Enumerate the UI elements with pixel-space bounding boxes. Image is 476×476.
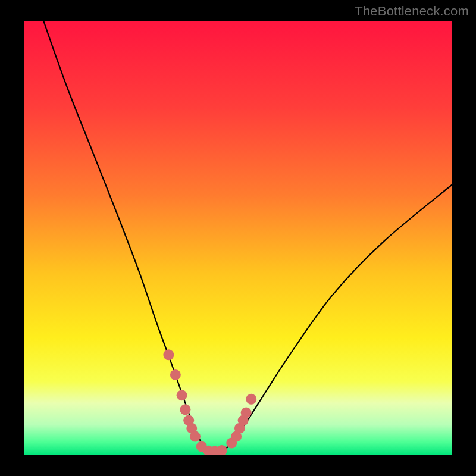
marker-dot xyxy=(163,349,174,360)
bottleneck-chart xyxy=(0,0,476,476)
marker-dot xyxy=(170,369,181,380)
marker-dot xyxy=(241,407,252,418)
marker-dot xyxy=(246,394,256,405)
marker-dot xyxy=(217,445,227,456)
marker-dot xyxy=(190,431,201,442)
chart-stage: TheBottleneck.com xyxy=(0,0,476,476)
watermark-text: TheBottleneck.com xyxy=(355,4,469,19)
marker-dot xyxy=(177,390,187,400)
marker-dot xyxy=(180,404,190,415)
